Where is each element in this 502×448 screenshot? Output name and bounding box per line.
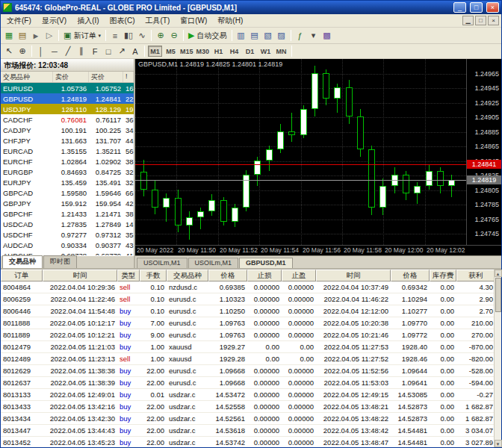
market-row[interactable]: EURGBP0.846930.8472532 — [1, 167, 134, 177]
arrows-icon[interactable]: ↗ — [115, 45, 128, 57]
terminal-column-header[interactable]: 价格 — [391, 270, 430, 281]
new-chart-icon[interactable]: ▦ — [2, 29, 16, 42]
market-row[interactable]: EURCHF1.028641.0290238 — [1, 156, 134, 167]
timeframe-button-m15[interactable]: M15 — [179, 46, 194, 57]
market-watch-toggle-icon[interactable]: ▥ — [235, 29, 248, 42]
table-row[interactable]: 80124892022.04.05 11:23:13sell1.00xauusd… — [1, 353, 494, 365]
table-row[interactable]: 80134342022.04.05 13:42:30buy22.00usdzar… — [1, 413, 494, 425]
menu-item[interactable]: 帮助(H) — [212, 14, 248, 28]
crosshair-icon[interactable]: ⊕ — [16, 45, 29, 57]
market-row[interactable]: AUDCHF0.687380.6877941 — [1, 250, 134, 255]
chart-tab[interactable]: GBPUSD,M1 — [239, 258, 293, 268]
market-row[interactable]: EURJPY135.459135.49132 — [1, 177, 134, 187]
market-watch-tab[interactable]: 即时图 — [43, 255, 77, 268]
terminal-column-header[interactable]: 类型 — [117, 270, 140, 281]
table-row[interactable]: 80124792022.04.05 11:21:03buy1.00xauusd1… — [1, 341, 494, 353]
table-row[interactable]: 80134472022.04.05 13:44:43buy22.00usdzar… — [1, 425, 494, 437]
chart-time-axis[interactable]: 20 May 202220 May 11:5020 May 11:5220 Ma… — [135, 245, 467, 255]
indicators-icon[interactable]: ƒ — [294, 29, 307, 42]
terminal-column-header[interactable]: 时间 — [43, 270, 117, 281]
table-row[interactable]: 80126292022.04.05 11:38:38buy22.00eurusd… — [1, 365, 494, 377]
terminal-column-header[interactable]: 交易品种 — [167, 270, 208, 281]
timeframe-button-m30[interactable]: M30 — [196, 46, 211, 57]
terminal-column-header[interactable]: 止损 — [247, 270, 282, 281]
menu-item[interactable]: 插入(I) — [72, 14, 104, 28]
vertical-line-icon[interactable]: │ — [34, 45, 48, 57]
zoom-in-icon[interactable]: ⊕ — [154, 29, 167, 42]
table-row[interactable]: 80064462022.04.04 11:54:48buy0.10eurusd.… — [1, 305, 494, 317]
table-row[interactable]: 80131332022.04.05 12:49:01buy0.01usdzar.… — [1, 389, 494, 401]
market-watch-column-header[interactable]: 交易品种 — [1, 72, 53, 82]
horizontal-line-icon[interactable]: ─ — [48, 45, 61, 57]
chart-price-axis[interactable]: 1.249651.249451.249251.249051.248851.248… — [467, 59, 501, 245]
chart-shift-icon[interactable]: ► — [29, 29, 43, 42]
timeframe-button-d1[interactable]: D1 — [243, 46, 257, 57]
market-row[interactable]: EURCAD1.351551.3521156 — [1, 146, 134, 156]
menu-item[interactable]: 工具(T) — [140, 14, 175, 28]
market-row[interactable]: GBPCAD1.595801.5964666 — [1, 187, 134, 198]
table-row[interactable]: 80118882022.04.05 10:12:17buy7.00eurusd.… — [1, 317, 494, 329]
autotrading-button[interactable]: ▶自动交易 — [186, 29, 229, 42]
market-row[interactable]: GBPJPY159.912159.95442 — [1, 198, 134, 208]
terminal-scrollbar[interactable]: ▲ ▼ — [494, 270, 501, 447]
market-row[interactable]: USDJPY128.110128.12919 — [1, 104, 134, 114]
market-watch-column-header[interactable]: 买价 — [89, 72, 123, 82]
terminal-column-header[interactable]: 手数 — [140, 270, 167, 281]
close-button[interactable]: × — [486, 2, 499, 13]
table-row[interactable]: 80062592022.04.04 11:22:46sell0.10eurusd… — [1, 293, 494, 305]
market-row[interactable]: EURUSD1.057361.0575216 — [1, 83, 134, 93]
terminal-column-header[interactable]: 获利 — [456, 270, 495, 281]
menu-item[interactable]: 窗口(W) — [175, 14, 212, 28]
terminal-column-header[interactable]: 价格 — [208, 270, 247, 281]
profiles-icon[interactable]: ▤ — [16, 29, 29, 42]
mdi-minimize-button[interactable]: ▁ — [462, 16, 474, 25]
maximize-button[interactable]: □ — [470, 2, 483, 13]
minimize-button[interactable]: _ — [453, 2, 466, 13]
timeframe-button-h4[interactable]: H4 — [227, 46, 241, 57]
menu-item[interactable]: 显示(V) — [37, 14, 72, 28]
mdi-restore-button[interactable]: □ — [475, 16, 486, 25]
timeframe-button-h1[interactable]: H1 — [211, 46, 226, 57]
chart-plot[interactable]: GBPUSD,M1 1.24819 1.24825 1.24801 1.2481… — [135, 59, 467, 245]
text-icon[interactable]: A — [128, 45, 142, 57]
market-row[interactable]: GBPCHF1.214331.2147138 — [1, 208, 134, 219]
menu-item[interactable]: 文件(F) — [1, 14, 37, 28]
market-row[interactable]: CHFJPY131.663131.70744 — [1, 135, 134, 146]
periods-icon[interactable]: ▾ — [307, 29, 320, 42]
templates-icon[interactable]: ▩ — [320, 29, 334, 42]
fibonacci-icon[interactable]: F — [88, 45, 102, 57]
scroll-down-icon[interactable]: ▼ — [495, 440, 502, 447]
trendline-icon[interactable]: ╱ — [61, 45, 75, 57]
table-row[interactable]: 80134332022.04.05 13:42:16buy22.00usdzar… — [1, 401, 494, 413]
table-row[interactable]: 80126372022.04.05 11:38:39buy22.00eurusd… — [1, 377, 494, 389]
terminal-column-header[interactable]: 时间 — [316, 270, 391, 281]
chart-tab[interactable]: USOILm,M1 — [137, 258, 188, 268]
market-row[interactable]: AUDCAD0.903340.9037743 — [1, 240, 134, 250]
zoom-out-icon[interactable]: ⊖ — [167, 29, 181, 42]
timeframe-button-m1[interactable]: M1 — [148, 46, 162, 57]
market-row[interactable]: GBPUSD1.248191.2484122 — [1, 93, 134, 104]
terminal-toggle-icon[interactable]: ▨ — [275, 29, 288, 42]
timeframe-button-w1[interactable]: W1 — [258, 46, 273, 57]
terminal-column-header[interactable]: 止盈 — [282, 270, 316, 281]
market-row[interactable]: CADJPY100.191100.22534 — [1, 125, 134, 135]
timeframe-button-mn[interactable]: MN — [274, 46, 288, 57]
market-watch-column-header[interactable]: ! — [123, 72, 134, 82]
table-row[interactable]: 80118892022.04.05 10:12:21buy9.00eurusd.… — [1, 329, 494, 341]
scroll-up-icon[interactable]: ▲ — [495, 270, 502, 277]
market-row[interactable]: USDCAD1.278351.2784914 — [1, 219, 134, 229]
chart-tab[interactable]: USOILm,M1 — [188, 258, 239, 268]
terminal-column-header[interactable]: 订单 — [1, 270, 43, 281]
bars-chart-icon[interactable]: ≡ — [108, 29, 122, 42]
candles-chart-icon[interactable]: ▮▯ — [122, 29, 135, 42]
market-row[interactable]: CADCHF0.760810.7611736 — [1, 114, 134, 125]
chart-autoscroll-icon[interactable]: ▷ — [43, 29, 56, 42]
market-watch-column-header[interactable]: 卖价 — [53, 72, 89, 82]
data-window-toggle-icon[interactable]: ▤ — [248, 29, 261, 42]
navigator-toggle-icon[interactable]: ▧ — [261, 29, 275, 42]
channel-icon[interactable]: ∥ — [75, 45, 88, 57]
line-chart-icon[interactable]: ∿ — [135, 29, 149, 42]
market-watch-tab[interactable]: 交易品种 — [2, 255, 43, 268]
terminal-column-header[interactable]: 库存费 — [430, 270, 456, 281]
menu-item[interactable]: 图表(C) — [105, 14, 140, 28]
